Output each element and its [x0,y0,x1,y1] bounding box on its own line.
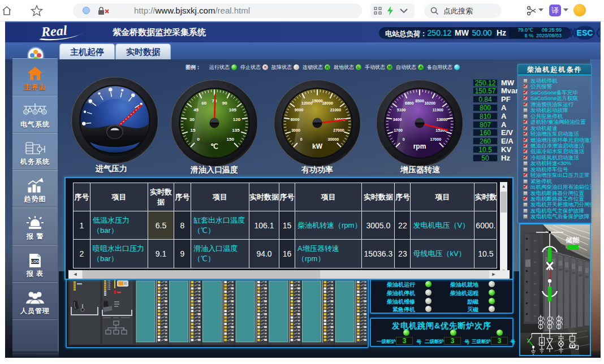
svg-text:30: 30 [189,117,195,122]
svg-text:℃: ℃ [210,142,218,150]
svg-text:30000: 30000 [328,137,339,141]
svg-text:13600: 13600 [437,118,448,122]
svg-text:120: 120 [233,117,241,122]
svg-text:G: G [25,110,27,114]
svg-text:105: 105 [229,107,237,112]
svg-text:18000: 18000 [322,101,333,105]
svg-text:LOG: LOG [31,259,39,263]
svg-text:90: 90 [222,101,227,106]
svg-text:储能: 储能 [565,236,580,244]
svg-text:21000: 21000 [330,108,342,112]
svg-text:G: G [43,110,45,114]
svg-text:150: 150 [227,137,235,142]
svg-text:135: 135 [232,128,240,133]
svg-text:10200: 10200 [424,101,435,105]
svg-text:27000: 27000 [333,128,344,132]
svg-text:G: G [34,110,36,114]
svg-text:17000: 17000 [430,137,442,141]
svg-text:kW: kW [312,142,323,150]
svg-text:rpm: rpm [413,142,426,150]
svg-text:11900: 11900 [433,108,443,112]
